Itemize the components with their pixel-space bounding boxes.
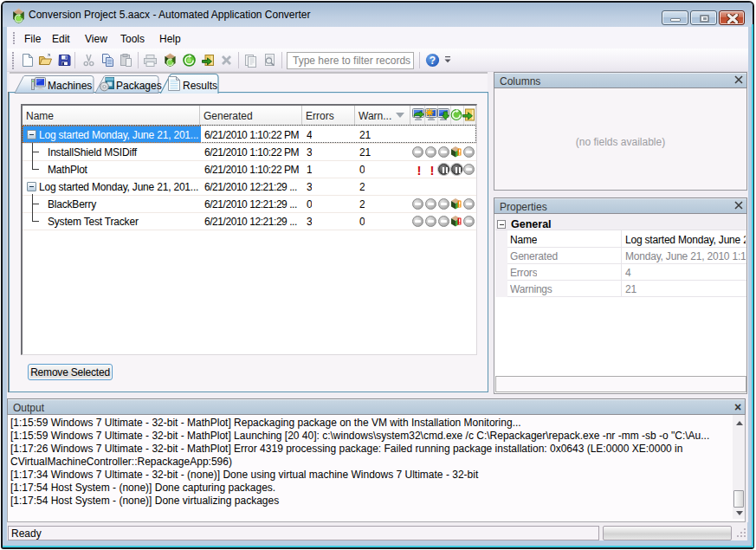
svg-text:?: ? [430, 55, 436, 67]
